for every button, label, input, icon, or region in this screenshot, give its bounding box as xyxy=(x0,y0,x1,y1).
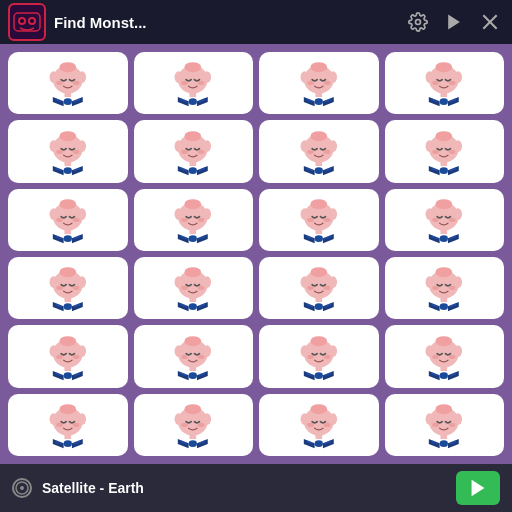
svg-point-130 xyxy=(329,208,337,220)
svg-point-59 xyxy=(59,131,76,141)
svg-point-217 xyxy=(198,354,205,358)
svg-point-251 xyxy=(59,404,76,414)
svg-point-237 xyxy=(426,345,434,357)
monster-card[interactable] xyxy=(8,52,128,114)
svg-marker-267 xyxy=(178,439,189,448)
svg-point-49 xyxy=(449,81,456,85)
svg-point-119 xyxy=(185,199,202,209)
svg-point-23 xyxy=(185,62,202,72)
monster-card[interactable] xyxy=(134,325,254,387)
monster-card[interactable] xyxy=(385,189,505,251)
svg-point-61 xyxy=(73,149,80,153)
monster-card[interactable] xyxy=(8,120,128,182)
svg-point-153 xyxy=(49,277,57,289)
monster-card[interactable] xyxy=(385,120,505,182)
svg-marker-5 xyxy=(448,15,460,30)
monster-card[interactable] xyxy=(8,257,128,319)
svg-point-45 xyxy=(426,72,434,84)
svg-point-265 xyxy=(198,423,205,427)
svg-rect-50 xyxy=(441,93,448,97)
svg-point-25 xyxy=(198,81,205,85)
svg-point-245 xyxy=(440,372,448,379)
svg-point-108 xyxy=(56,218,63,222)
svg-marker-100 xyxy=(448,166,459,175)
svg-rect-170 xyxy=(190,298,197,302)
svg-point-129 xyxy=(300,208,308,220)
svg-point-94 xyxy=(454,140,462,152)
svg-point-95 xyxy=(436,131,453,141)
svg-point-287 xyxy=(436,404,453,414)
svg-rect-242 xyxy=(441,366,448,370)
svg-point-121 xyxy=(198,218,205,222)
settings-button[interactable] xyxy=(404,8,432,36)
svg-point-274 xyxy=(329,413,337,425)
svg-point-70 xyxy=(203,140,211,152)
monster-card[interactable] xyxy=(259,52,379,114)
svg-point-191 xyxy=(436,267,453,277)
svg-point-227 xyxy=(310,336,327,346)
svg-point-118 xyxy=(203,208,211,220)
svg-rect-158 xyxy=(64,298,71,302)
monster-card[interactable] xyxy=(134,394,254,456)
svg-point-143 xyxy=(436,199,453,209)
next-button[interactable] xyxy=(456,471,500,505)
svg-marker-123 xyxy=(178,234,189,243)
svg-rect-62 xyxy=(64,161,71,165)
svg-point-106 xyxy=(78,208,86,220)
monster-card[interactable] xyxy=(134,52,254,114)
svg-point-71 xyxy=(185,131,202,141)
svg-point-107 xyxy=(59,199,76,209)
svg-point-181 xyxy=(324,286,331,290)
svg-point-145 xyxy=(449,218,456,222)
monster-card[interactable] xyxy=(8,189,128,251)
svg-rect-182 xyxy=(315,298,322,302)
monster-card[interactable] xyxy=(134,257,254,319)
monster-card[interactable] xyxy=(259,257,379,319)
play-button[interactable] xyxy=(440,8,468,36)
svg-point-276 xyxy=(307,423,314,427)
svg-point-85 xyxy=(324,149,331,153)
svg-point-101 xyxy=(440,167,448,174)
svg-point-89 xyxy=(315,167,323,174)
svg-rect-26 xyxy=(190,93,197,97)
svg-point-69 xyxy=(175,140,183,152)
svg-rect-206 xyxy=(64,366,71,370)
monster-card[interactable] xyxy=(259,189,379,251)
svg-point-36 xyxy=(307,81,314,85)
svg-point-193 xyxy=(449,286,456,290)
monster-card[interactable] xyxy=(259,120,379,182)
svg-marker-75 xyxy=(178,166,189,175)
monster-card[interactable] xyxy=(259,394,379,456)
svg-point-117 xyxy=(175,208,183,220)
svg-point-9 xyxy=(49,72,57,84)
monster-card[interactable] xyxy=(134,120,254,182)
svg-point-288 xyxy=(433,423,440,427)
svg-marker-183 xyxy=(304,302,315,311)
svg-point-269 xyxy=(189,440,197,447)
svg-rect-266 xyxy=(190,435,197,439)
bottom-bar: Satellite - Earth xyxy=(0,464,512,512)
monster-card[interactable] xyxy=(8,394,128,456)
svg-point-17 xyxy=(64,99,72,106)
monster-card[interactable] xyxy=(134,189,254,251)
svg-point-22 xyxy=(203,72,211,84)
close-button[interactable] xyxy=(476,8,504,36)
monster-card[interactable] xyxy=(8,325,128,387)
svg-rect-14 xyxy=(64,93,71,97)
svg-point-215 xyxy=(185,336,202,346)
monster-card[interactable] xyxy=(385,257,505,319)
monster-card[interactable] xyxy=(259,325,379,387)
svg-rect-0 xyxy=(14,13,40,31)
svg-rect-278 xyxy=(315,435,322,439)
svg-rect-134 xyxy=(315,230,322,234)
svg-point-165 xyxy=(175,277,183,289)
svg-point-113 xyxy=(64,235,72,242)
svg-point-289 xyxy=(449,423,456,427)
monster-grid xyxy=(8,52,504,456)
svg-marker-256 xyxy=(72,439,83,448)
svg-point-149 xyxy=(440,235,448,242)
svg-point-167 xyxy=(185,267,202,277)
monster-card[interactable] xyxy=(385,52,505,114)
monster-card[interactable] xyxy=(385,394,505,456)
monster-card[interactable] xyxy=(385,325,505,387)
